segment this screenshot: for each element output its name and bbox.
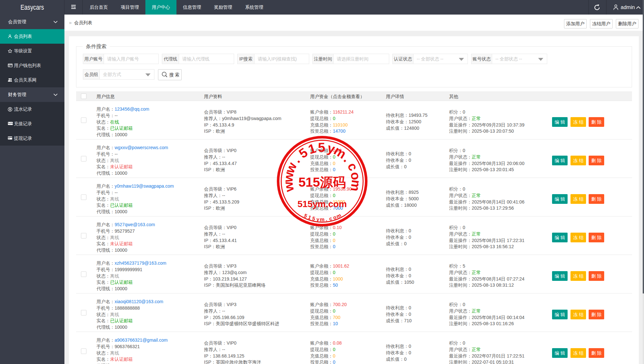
svg-text:PayPal: PayPal (8, 123, 13, 125)
